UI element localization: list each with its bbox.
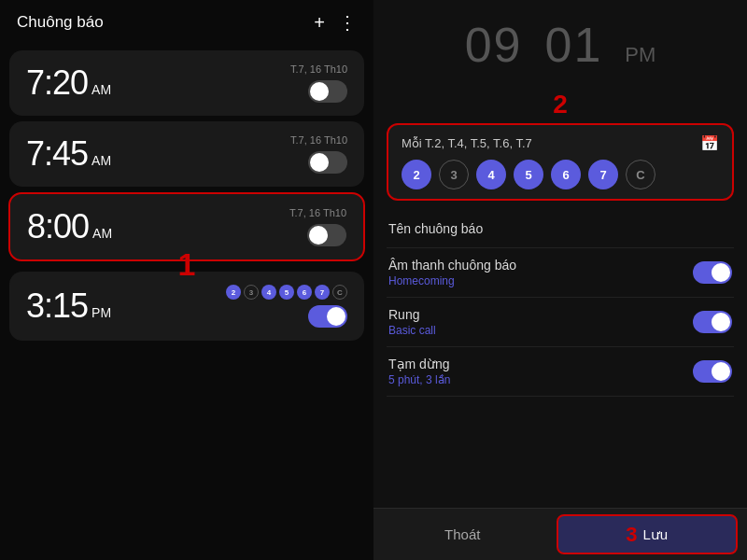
exit-button[interactable]: Thoát — [374, 509, 552, 560]
alarm-toggle[interactable] — [308, 80, 347, 103]
alarm-time: 8:00AM — [27, 207, 112, 246]
alarm-ampm: PM — [92, 305, 111, 320]
display-minute: 01 — [545, 17, 603, 73]
alarm-ampm: AM — [92, 153, 111, 168]
save-button[interactable]: 3 Lưu — [557, 514, 739, 554]
settings-row-title: Tạm dừng — [388, 357, 450, 371]
alarm-date: T.7, 16 Th10 — [289, 207, 346, 218]
alarm-time: 3:15PM — [26, 287, 111, 326]
alarm-time-big: 8:00 — [27, 207, 89, 246]
day-circle[interactable]: 6 — [551, 160, 581, 189]
alarm-right: T.7, 16 Th10 — [289, 207, 346, 246]
day-selector-label: Mỗi T.2, T.4, T.5, T.6, T.7 — [402, 136, 532, 150]
alarm-toggle[interactable] — [308, 151, 347, 174]
settings-row[interactable]: Âm thanh chuông báoHomecoming — [387, 248, 734, 298]
day-dot: 6 — [297, 285, 312, 300]
alarm-time-big: 3:15 — [26, 287, 88, 326]
settings-row-sub: 5 phút, 3 lần — [388, 373, 450, 386]
alarm-toggle[interactable] — [308, 305, 347, 328]
settings-rows: Tên chuông báoÂm thanh chuông báoHomecom… — [387, 212, 734, 397]
header-icons: + ⋮ — [314, 13, 357, 32]
settings-row-title: Tên chuông báo — [388, 221, 483, 236]
label-1: 1 — [178, 246, 196, 283]
alarm-time: 7:20AM — [26, 63, 111, 103]
settings-row-title: Rung — [388, 307, 436, 322]
add-icon[interactable]: + — [314, 13, 325, 32]
settings-row-left: Tên chuông báo — [388, 221, 483, 238]
label-3: 3 — [626, 523, 637, 547]
settings-row: Tên chuông báo — [387, 212, 734, 248]
settings-row-left: Âm thanh chuông báoHomecoming — [388, 258, 516, 287]
day-selector-top: Mỗi T.2, T.4, T.5, T.6, T.7 📅 — [402, 134, 719, 152]
left-panel: Chuông báo + ⋮ 7:20AMT.7, 16 Th107:45AMT… — [0, 0, 374, 560]
alarm-right: 234567C — [226, 285, 347, 328]
settings-row-left: Tạm dừng5 phút, 3 lần — [388, 357, 450, 386]
right-content: 2 Mỗi T.2, T.4, T.5, T.6, T.7 📅 234567C … — [374, 82, 747, 508]
settings-row-sub: Homecoming — [388, 274, 516, 287]
day-dot: C — [332, 285, 347, 300]
more-icon[interactable]: ⋮ — [338, 13, 357, 32]
day-dot: 4 — [261, 285, 276, 300]
settings-row-title: Âm thanh chuông báo — [388, 258, 516, 273]
alarm-right: T.7, 16 Th10 — [290, 134, 347, 174]
settings-row-sub: Basic call — [388, 324, 436, 337]
alarm-right: T.7, 16 Th10 — [290, 63, 347, 103]
display-ampm: PM — [625, 43, 655, 67]
alarm-list: 7:20AMT.7, 16 Th107:45AMT.7, 16 Th108:00… — [0, 41, 374, 560]
time-display: 09 01 PM — [374, 0, 747, 82]
bottom-bar: Thoát 3 Lưu — [374, 508, 747, 560]
repeat-days: 234567C — [226, 285, 347, 300]
alarm-item[interactable]: 7:20AMT.7, 16 Th10 — [9, 50, 364, 116]
settings-row[interactable]: RungBasic call — [387, 298, 734, 347]
display-hour: 09 — [465, 17, 523, 73]
day-dot: 7 — [315, 285, 330, 300]
day-dot: 2 — [226, 285, 241, 300]
alarm-date: T.7, 16 Th10 — [290, 63, 347, 75]
settings-toggle[interactable] — [693, 311, 732, 333]
alarm-toggle[interactable] — [307, 224, 346, 246]
alarm-time-big: 7:45 — [26, 134, 88, 174]
calendar-icon[interactable]: 📅 — [700, 134, 719, 152]
settings-row-left: RungBasic call — [388, 307, 436, 337]
day-circles: 234567C — [402, 160, 719, 189]
label-2: 2 — [387, 90, 734, 119]
day-dot: 3 — [244, 285, 259, 300]
settings-toggle[interactable] — [693, 360, 732, 383]
day-circle[interactable]: 5 — [514, 160, 543, 189]
alarm-time-big: 7:20 — [26, 63, 88, 103]
day-circle[interactable]: 3 — [439, 160, 469, 189]
alarm-ampm: AM — [92, 226, 112, 241]
alarm-date: T.7, 16 Th10 — [290, 134, 347, 146]
left-header: Chuông báo + ⋮ — [0, 0, 374, 41]
day-circle[interactable]: 2 — [402, 160, 431, 189]
settings-row[interactable]: Tạm dừng5 phút, 3 lần — [387, 347, 734, 397]
save-label: Lưu — [643, 526, 669, 543]
day-circle[interactable]: 7 — [588, 160, 618, 189]
alarm-ampm: AM — [92, 82, 111, 97]
alarm-item[interactable]: 7:45AMT.7, 16 Th10 — [9, 121, 364, 187]
app-title: Chuông báo — [17, 13, 104, 32]
day-circle[interactable]: C — [626, 160, 655, 189]
settings-toggle[interactable] — [693, 261, 732, 284]
day-dot: 5 — [279, 285, 294, 300]
right-panel: 09 01 PM 2 Mỗi T.2, T.4, T.5, T.6, T.7 📅… — [374, 0, 747, 560]
day-selector-card: Mỗi T.2, T.4, T.5, T.6, T.7 📅 234567C — [387, 123, 734, 201]
day-circle[interactable]: 4 — [476, 160, 506, 189]
alarm-time: 7:45AM — [26, 134, 111, 174]
